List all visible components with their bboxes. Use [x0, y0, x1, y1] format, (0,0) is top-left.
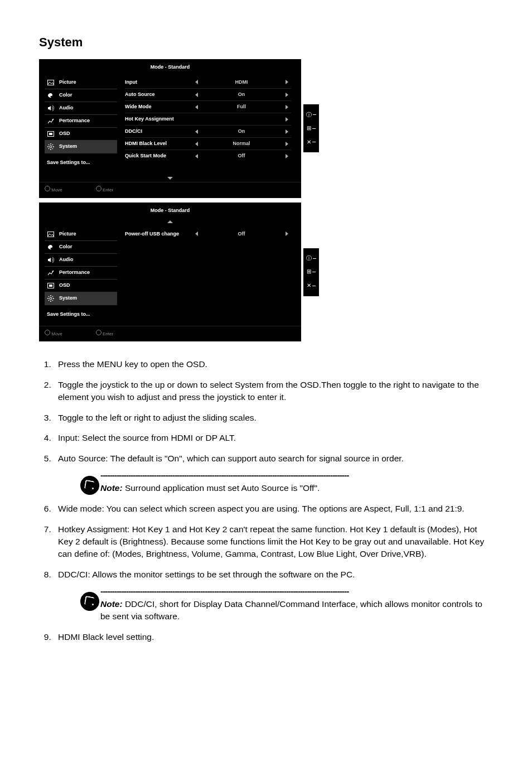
menu-item-system: System: [45, 292, 117, 305]
speaker-icon: [47, 104, 55, 112]
menu-label: Color: [59, 91, 72, 99]
arrow-right-icon: [282, 93, 291, 97]
footer-enter: Enter: [96, 330, 113, 338]
arrow-right-icon: [282, 105, 291, 109]
osd-icon: [47, 130, 55, 138]
info-icon: ⓘ: [306, 254, 316, 263]
performance-icon: [47, 269, 55, 277]
svg-rect-14: [48, 232, 54, 237]
step-1: Press the MENU key to open the OSD.: [54, 358, 493, 370]
speaker-icon: [47, 256, 55, 264]
close-icon: ✕: [307, 138, 316, 147]
menu-item-audio: Audio: [45, 254, 117, 267]
note-icon: [80, 476, 99, 495]
palette-icon: [47, 243, 55, 251]
footer-move: Move: [45, 330, 62, 338]
setting-row: Quick Start ModeOff: [125, 150, 291, 162]
setting-row: Power-off USB changeOff: [125, 228, 291, 240]
note-block-2: ----------------------------------------…: [80, 585, 493, 623]
step-3: Toggle to the left or right to adjust th…: [54, 412, 493, 424]
menu-label: Picture: [59, 79, 76, 86]
svg-rect-18: [49, 285, 52, 287]
svg-point-19: [50, 297, 52, 300]
step-6: Wide mode: You can select which screen a…: [54, 503, 493, 515]
grid-icon: ⊞: [307, 124, 316, 133]
step-2: Toggle the joystick to the up or down to…: [54, 379, 493, 404]
scroll-up-icon: [167, 220, 173, 223]
setting-label: Quick Start Mode: [125, 152, 192, 160]
arrow-left-icon: [192, 129, 201, 134]
info-icon: ⓘ: [306, 111, 316, 119]
menu-label: Pertormance: [59, 117, 90, 124]
arrow-left-icon: [192, 105, 201, 109]
setting-value: On: [201, 91, 282, 98]
step-9: HDMI Black level setting.: [54, 631, 493, 643]
arrow-left-icon: [192, 80, 201, 84]
note-icon: [80, 592, 99, 611]
menu-item-osd: OSD: [45, 128, 117, 141]
menu-item-osd: OSD: [45, 280, 117, 292]
setting-label: Hot Key Assignment: [125, 115, 192, 123]
arrow-right-icon: [282, 154, 291, 158]
arrow-left-icon: [192, 142, 201, 146]
svg-marker-1: [48, 106, 51, 110]
svg-line-11: [52, 148, 53, 149]
svg-rect-4: [49, 133, 52, 135]
setting-value: Off: [201, 152, 282, 160]
arrow-left-icon: [192, 154, 201, 158]
step-8: DDC/CI: Allows the monitor settings to b…: [54, 568, 493, 623]
note-text: Note: Surround application must set Auto…: [100, 482, 493, 494]
arrow-right-icon: [282, 117, 291, 122]
setting-label: HDMI Black Level: [125, 140, 192, 147]
step-5: Auto Source: The default is "On", which …: [54, 452, 493, 495]
menu-save-settings: Save Settings to...: [45, 153, 117, 172]
setting-row: HDMI Black LevelNormal: [125, 138, 291, 150]
scroll-down-icon: [167, 177, 173, 180]
osd-mode-bar: Mode - Standard: [39, 203, 301, 218]
menu-item-system: System: [45, 141, 117, 153]
menu-item-performance: Pertormance: [45, 267, 117, 280]
note-divider: ----------------------------------------…: [100, 585, 493, 597]
setting-row: Auto SourceOn: [125, 89, 291, 101]
setting-label: Input: [125, 79, 192, 86]
menu-label: OSD: [59, 130, 70, 137]
osd-screenshot-2: Mode - Standard Picture Color Audio Pert…: [39, 203, 493, 341]
menu-item-audio: Audio: [45, 102, 117, 115]
performance-icon: [47, 117, 55, 125]
section-title: System: [39, 33, 493, 51]
svg-line-24: [49, 296, 49, 297]
setting-value: On: [201, 128, 282, 135]
svg-line-26: [52, 296, 53, 297]
arrow-left-icon: [192, 232, 201, 236]
svg-line-12: [52, 144, 53, 145]
svg-line-13: [49, 148, 49, 149]
menu-item-color: Color: [45, 89, 117, 102]
step-4: Input: Select the source from HDMI or DP…: [54, 432, 493, 444]
setting-label: Wide Mode: [125, 103, 192, 110]
menu-item-picture: Picture: [45, 228, 117, 241]
arrow-right-icon: [282, 80, 291, 84]
note-divider: ----------------------------------------…: [100, 469, 493, 481]
osd-screenshot-1: Mode - Standard Picture Color Audio Pert…: [39, 59, 493, 198]
arrow-right-icon: [282, 129, 291, 134]
setting-value: Normal: [201, 140, 282, 147]
setting-label: Auto Source: [125, 91, 192, 98]
side-icon-strip: ⓘ ⊞ ✕: [303, 104, 319, 152]
picture-icon: [47, 79, 55, 86]
setting-label: Power-off USB change: [125, 230, 192, 238]
note-text: Note: DDC/CI, short for Display Data Cha…: [100, 598, 493, 623]
grid-icon: ⊞: [307, 268, 316, 276]
setting-value: Off: [201, 230, 282, 238]
instruction-list: Press the MENU key to open the OSD. Togg…: [39, 358, 493, 643]
menu-save-settings: Save Settings to...: [45, 305, 117, 324]
svg-marker-15: [48, 258, 51, 262]
footer-enter: Enter: [96, 186, 113, 194]
menu-item-performance: Pertormance: [45, 115, 117, 128]
menu-label: Audio: [59, 104, 74, 112]
setting-label: DDC/CI: [125, 128, 192, 135]
svg-rect-0: [48, 80, 54, 85]
close-icon: ✕: [307, 282, 316, 290]
arrow-right-icon: [282, 232, 291, 236]
setting-row: Hot Key Assignment: [125, 113, 291, 126]
picture-icon: [47, 230, 55, 238]
